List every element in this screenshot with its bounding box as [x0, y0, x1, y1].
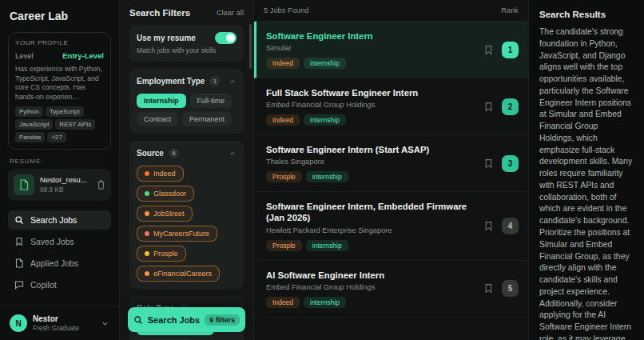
job-company: Hewlett Packard Enterprise Singapore — [266, 226, 477, 234]
job-title: Software Engineer Intern (Start ASAP) — [266, 144, 429, 155]
filter-option-internship[interactable]: Internship — [137, 94, 186, 108]
source-header[interactable]: Source 6 — [137, 148, 237, 158]
section-title: Employment Type — [137, 77, 205, 86]
sidebar-item-saved-jobs[interactable]: Saved Jobs — [8, 232, 111, 251]
rank-badge: 5 — [502, 280, 519, 297]
level-label: Level — [15, 51, 34, 60]
bookmark-icon[interactable] — [483, 221, 494, 231]
job-type-tag: internship — [304, 297, 346, 308]
chevron-down-icon[interactable] — [101, 319, 109, 328]
source-option-glassdoor[interactable]: Glassdoor — [137, 186, 194, 202]
section-title: Source — [137, 149, 164, 158]
filter-option-contract[interactable]: Contract — [137, 112, 178, 126]
job-company: Embed Financial Group Holdings — [266, 101, 418, 109]
filter-count-badge: 6 — [169, 148, 179, 158]
source-option-mycareersfuture[interactable]: MyCareersFuture — [137, 226, 217, 242]
rank-badge: 1 — [502, 42, 519, 58]
source-dot — [145, 231, 149, 236]
search-jobs-button[interactable]: Search Jobs 9 filters — [128, 307, 245, 332]
chevron-up-icon[interactable] — [229, 150, 237, 158]
sidebar-item-label: Applied Jobs — [30, 258, 78, 268]
skill-tag: Python — [15, 106, 43, 117]
jobs-found-count: 5 Jobs Found — [264, 6, 308, 14]
job-title: AI Software Engineer Intern — [266, 270, 384, 281]
sidebar-item-copilot[interactable]: Copilot — [8, 275, 111, 294]
filters-scrollbar[interactable] — [249, 24, 252, 69]
job-card[interactable]: Software Engineer Intern Simular Indeed … — [254, 22, 528, 78]
source-dot — [145, 251, 149, 256]
skill-tags: Python TypeScript JavaScript REST APIs P… — [15, 106, 104, 142]
sidebar-item-label: Copilot — [30, 280, 57, 290]
search-icon — [14, 215, 24, 225]
use-resume-sublabel: Match jobs with your skills — [137, 46, 237, 54]
source-dot — [145, 211, 149, 216]
delete-resume-icon[interactable] — [97, 180, 105, 190]
bookmark-icon[interactable] — [483, 158, 494, 169]
filters-title: Search Filters — [129, 8, 190, 18]
job-title: Software Engineer Intern, Embedded Firmw… — [266, 201, 477, 223]
job-company: Thales Singapore — [266, 158, 429, 166]
source-dot — [145, 191, 149, 196]
filter-option-permanent[interactable]: Permanent — [182, 112, 232, 126]
job-title: Software Engineer Intern — [266, 30, 373, 42]
skill-tag-more[interactable]: +27 — [47, 132, 66, 142]
bookmark-icon[interactable] — [483, 283, 494, 294]
resume-filename: Nestor_resu... — [40, 176, 86, 184]
job-card[interactable]: Software Engineer Intern (Start ASAP) Th… — [254, 135, 528, 192]
job-source-tag: Indeed — [266, 114, 300, 126]
resume-filesize: 98.9 KB — [40, 186, 86, 194]
job-type-tag: internship — [306, 240, 348, 251]
job-source-tag: Prosple — [266, 171, 302, 182]
chat-icon — [14, 280, 24, 290]
user-subtitle: Fresh Graduate — [33, 324, 79, 332]
search-icon — [133, 315, 143, 325]
source-option-efinancialcareers[interactable]: eFinancialCareers — [137, 266, 220, 282]
use-resume-card: Use my resume Match jobs with your skill… — [129, 25, 244, 62]
results-summary-text: The candidate's strong foundation in Pyt… — [539, 26, 634, 340]
profile-header: YOUR PROFILE — [15, 39, 104, 46]
job-card[interactable]: Full Stack Software Engineer Intern Embe… — [254, 78, 528, 135]
employment-type-header[interactable]: Employment Type 1 — [137, 76, 237, 86]
rank-column-label: Rank — [501, 6, 519, 14]
use-resume-toggle[interactable] — [215, 32, 237, 44]
skill-tag: JavaScript — [15, 119, 53, 130]
resume-label: RESUME: — [10, 158, 109, 165]
clear-all-button[interactable]: Clear all — [217, 9, 244, 17]
skill-tag: REST APIs — [55, 119, 95, 130]
source-section: Source 6 Indeed Glassdoor JobStreet — [129, 141, 244, 289]
employment-type-section: Employment Type 1 Internship Full-time C… — [129, 69, 244, 134]
job-type-tag: internship — [304, 114, 346, 126]
sidebar-item-applied-jobs[interactable]: Applied Jobs — [8, 254, 111, 273]
skill-tag: TypeScript — [46, 106, 84, 117]
job-card[interactable]: AI Software Engineer Intern Embed Financ… — [254, 261, 528, 318]
job-company: Simular — [266, 44, 373, 52]
rank-badge: 3 — [502, 155, 519, 172]
results-title: Search Results — [539, 10, 634, 19]
bookmark-icon — [14, 237, 24, 246]
source-option-jobstreet[interactable]: JobStreet — [137, 206, 193, 222]
job-company: Embed Financial Group Holdings — [266, 283, 384, 291]
rank-badge: 4 — [502, 218, 519, 234]
source-option-prosple[interactable]: Prosple — [137, 246, 186, 262]
app-title: Career Lab — [8, 8, 111, 32]
search-jobs-button-label: Search Jobs — [148, 315, 200, 325]
use-resume-label: Use my resume — [137, 34, 196, 42]
level-value: Entry-Level — [62, 51, 104, 60]
filter-option-fulltime[interactable]: Full-time — [190, 94, 233, 108]
source-option-indeed[interactable]: Indeed — [137, 166, 184, 182]
job-type-tag: internship — [304, 58, 346, 69]
user-menu[interactable]: N Nestor Fresh Graduate — [0, 306, 119, 340]
bookmark-icon[interactable] — [483, 102, 494, 112]
bookmark-icon[interactable] — [483, 45, 494, 55]
chevron-up-icon[interactable] — [229, 78, 237, 86]
sidebar: Career Lab YOUR PROFILE Level Entry-Leve… — [0, 0, 120, 340]
sidebar-item-search-jobs[interactable]: Search Jobs — [8, 210, 111, 230]
job-card[interactable]: Software Engineer Intern, Embedded Firmw… — [254, 192, 528, 260]
job-source-tag: Indeed — [266, 297, 300, 308]
sidebar-item-label: Saved Jobs — [30, 237, 74, 246]
profile-description: Has experience with Python, TypeScript, … — [15, 65, 104, 102]
user-name: Nestor — [33, 314, 79, 324]
job-source-tag: Indeed — [266, 58, 300, 69]
document-icon — [14, 258, 24, 268]
search-results-panel: Search Results The candidate's strong fo… — [529, 0, 644, 340]
